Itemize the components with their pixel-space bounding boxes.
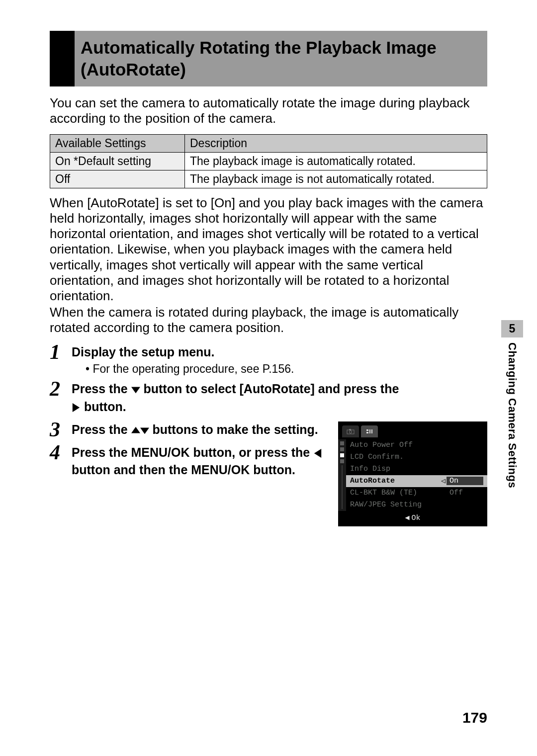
svg-rect-10 [369, 429, 370, 433]
svg-marker-4 [314, 449, 321, 458]
down-arrow-icon [131, 382, 140, 399]
up-arrow-icon [131, 422, 140, 439]
step-text: Press the [72, 422, 131, 436]
table-cell-description: The playback image is not automatically … [185, 170, 487, 188]
lcd-menu-item: Info Disp [346, 463, 487, 475]
step-row-container: 3 Press the buttons to make the setting. [50, 421, 487, 526]
lcd-item-label: RAW/JPEG Setting [350, 501, 447, 509]
lcd-item-value: Off [447, 489, 483, 497]
lcd-menu-item-selected: AutoRotate ◁ On [346, 475, 487, 487]
svg-rect-8 [366, 429, 368, 431]
lcd-tab-camera-icon [342, 425, 359, 437]
lcd-left-arrow-icon: ◀ [405, 514, 409, 522]
table-cell-setting: On *Default setting [50, 152, 185, 170]
svg-marker-2 [131, 427, 140, 433]
lcd-item-label: Info Disp [350, 465, 447, 473]
step-number: 2 [50, 377, 60, 401]
camera-lcd-screenshot: Auto Power Off LCD Confirm. Info Disp [338, 421, 487, 526]
step-subtext: For the operating procedure, see P.156. [86, 362, 487, 376]
lcd-scrollbar [338, 439, 346, 511]
step-number: 1 [50, 340, 60, 364]
intro-paragraph: You can set the camera to automatically … [50, 95, 487, 126]
lcd-menu-item: Auto Power Off [346, 439, 487, 451]
right-arrow-icon [72, 400, 81, 417]
lcd-menu-item: CL-BKT B&W (TE) Off [346, 487, 487, 499]
svg-point-7 [350, 430, 352, 433]
step-number: 3 [50, 418, 60, 441]
lcd-menu-item: LCD Confirm. [346, 451, 487, 463]
down-arrow-icon [140, 422, 149, 439]
svg-rect-11 [371, 429, 372, 433]
step-2: 2 Press the button to select [AutoRotate… [50, 381, 487, 417]
table-cell-setting: Off [50, 170, 185, 188]
lcd-footer-label: Ok [412, 514, 421, 522]
table-header-settings: Available Settings [50, 134, 185, 152]
explanation-paragraph-1: When [AutoRotate] is set to [On] and you… [50, 195, 487, 304]
chapter-side-tab: 5 Changing Camera Settings [492, 320, 532, 488]
lcd-item-label: CL-BKT B&W (TE) [350, 489, 447, 497]
procedure-steps: 1 Display the setup menu. For the operat… [50, 344, 487, 526]
step-heading: Press the MENU/OK button, or press the b… [72, 444, 329, 479]
explanation-paragraph-2: When the camera is rotated during playba… [50, 305, 487, 336]
table-header-description: Description [185, 134, 487, 152]
section-heading: Automatically Rotating the Playback Imag… [50, 31, 487, 86]
step-text: Press the MENU/OK button, or press the [72, 445, 313, 459]
step-heading: Display the setup menu. [72, 344, 487, 361]
step-text: button to select [AutoRotate] and press … [143, 382, 399, 396]
step-number: 4 [50, 440, 60, 464]
lcd-tab-setup-icon [361, 425, 378, 437]
step-text: Press the [72, 382, 131, 396]
lcd-tabs [338, 425, 487, 439]
step-heading: Press the buttons to make the setting. [72, 421, 329, 439]
svg-marker-3 [140, 427, 149, 434]
lcd-left-triangle-icon: ◁ [441, 476, 446, 486]
step-text: button and then the MENU/OK button. [72, 463, 295, 477]
lcd-item-value: On [447, 477, 483, 485]
step-3: 3 Press the buttons to make the setting. [50, 421, 329, 439]
section-title: Automatically Rotating the Playback Imag… [75, 31, 487, 86]
step-4: 4 Press the MENU/OK button, or press the… [50, 444, 329, 479]
chapter-label: Changing Camera Settings [506, 342, 519, 488]
step-text: buttons to make the setting. [152, 422, 318, 436]
left-arrow-icon [313, 445, 322, 462]
lcd-item-label: AutoRotate [350, 477, 441, 485]
svg-marker-0 [131, 387, 140, 394]
chapter-number: 5 [501, 320, 523, 337]
step-1: 1 Display the setup menu. For the operat… [50, 344, 487, 376]
heading-marker [50, 31, 75, 86]
table-row: Off The playback image is not automatica… [50, 170, 487, 188]
lcd-item-label: LCD Confirm. [350, 453, 447, 461]
settings-table: Available Settings Description On *Defau… [50, 134, 487, 188]
step-text: button. [84, 400, 126, 414]
svg-rect-6 [349, 429, 351, 430]
svg-marker-1 [73, 403, 80, 412]
manual-page: Automatically Rotating the Playback Imag… [0, 0, 537, 756]
table-cell-description: The playback image is automatically rota… [185, 152, 487, 170]
lcd-item-label: Auto Power Off [350, 441, 447, 449]
lcd-body: Auto Power Off LCD Confirm. Info Disp [338, 439, 487, 511]
lcd-menu-list: Auto Power Off LCD Confirm. Info Disp [346, 439, 487, 511]
svg-rect-9 [366, 432, 368, 433]
page-number: 179 [462, 709, 487, 726]
table-row: On *Default setting The playback image i… [50, 152, 487, 170]
step-heading: Press the button to select [AutoRotate] … [72, 381, 487, 417]
lcd-menu-item: RAW/JPEG Setting [346, 499, 487, 511]
lcd-footer: ◀Ok [338, 511, 487, 522]
